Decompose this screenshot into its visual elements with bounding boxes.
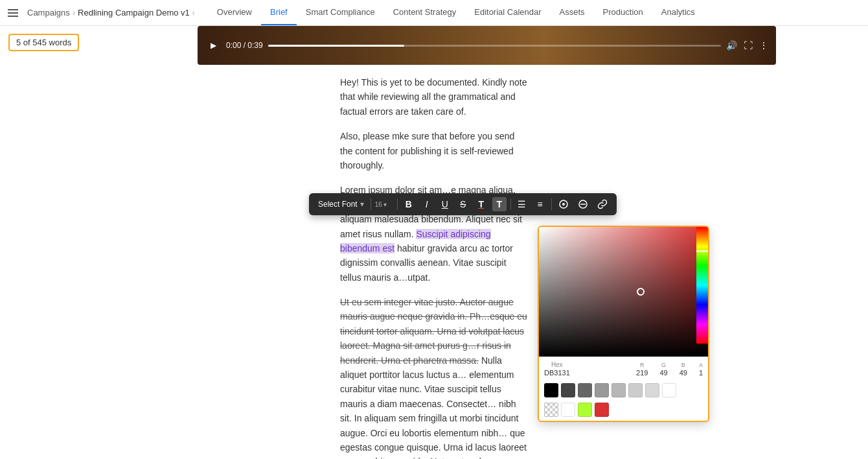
video-fullscreen-icon[interactable]: ⛶ (744, 40, 753, 51)
eraser-button[interactable] (575, 197, 591, 211)
video-progress-bar[interactable] (268, 45, 721, 47)
color-gradient-area[interactable] (539, 227, 708, 357)
breadcrumb: Campaigns › Redlining Campaign Demo v1 ‹ (27, 8, 195, 18)
g-channel: G 49 (659, 362, 667, 377)
breadcrumb-arrow[interactable]: ‹ (192, 8, 195, 18)
video-progress-fill (268, 45, 404, 47)
swatch-dark2[interactable] (578, 383, 592, 397)
paragraph-1: Hey! This is yet to be documented. Kindl… (340, 75, 528, 119)
tab-assets[interactable]: Assets (551, 0, 594, 25)
video-more-icon[interactable]: ⋮ (759, 40, 768, 51)
tab-content-strategy[interactable]: Content Strategy (384, 0, 466, 25)
menu-icon[interactable] (8, 6, 21, 19)
color-picker-right (696, 227, 708, 357)
swatch-transparent[interactable] (544, 403, 558, 417)
breadcrumb-root[interactable]: Campaigns (27, 8, 70, 18)
font-select-dropdown[interactable]: Select Font (315, 198, 367, 210)
list-ol-button[interactable]: ≡ (533, 197, 547, 211)
paragraph-2: Also, please mke sure that before you se… (340, 129, 528, 172)
underline-button[interactable]: U (438, 197, 452, 211)
swatch-light1[interactable] (645, 383, 659, 397)
swatch-red[interactable] (595, 403, 609, 417)
toolbar-divider-3 (510, 198, 511, 210)
highlight-button[interactable] (556, 197, 571, 211)
tab-brief[interactable]: Brief (261, 0, 297, 25)
swatch-white[interactable] (662, 383, 676, 397)
tab-analytics[interactable]: Analytics (652, 0, 704, 25)
color-swatches-row-1 (539, 381, 708, 400)
strikethrough-button[interactable]: S (456, 197, 470, 211)
toolbar-divider-2 (397, 198, 398, 210)
video-player: 0:00 / 0:39 🔊 ⛶ ⋮ (198, 26, 776, 65)
toolbar-divider-4 (551, 198, 552, 210)
video-controls-right: 🔊 ⛶ ⋮ (726, 40, 768, 51)
toolbar-divider-1 (371, 198, 371, 210)
r-channel: R 219 (636, 362, 648, 377)
swatch-black[interactable] (544, 383, 558, 397)
link-button[interactable] (595, 197, 610, 211)
hex-channel: Hex DB3131 (544, 361, 570, 377)
font-size-selector[interactable]: 16▾ (375, 201, 393, 208)
color-gradient-cursor (637, 288, 645, 296)
tab-smart-compliance[interactable]: Smart Compliance (297, 0, 384, 25)
swatch-gray1[interactable] (595, 383, 609, 397)
text-bg-button[interactable]: T (492, 197, 507, 211)
swatch-dark1[interactable] (561, 383, 575, 397)
editor-toolbar: Select Font 16▾ B I U S T T ☰ ≡ (309, 193, 617, 215)
hue-slider[interactable] (696, 227, 708, 344)
color-picker-popup: Hex DB3131 R 219 G 49 B 49 A 1 (538, 226, 709, 422)
paragraph-4: Ut eu sem integer vitae justo. Auctor au… (340, 295, 528, 459)
tab-production[interactable]: Production (594, 0, 652, 25)
bold-button[interactable]: B (402, 197, 416, 211)
swatch-green[interactable] (578, 403, 592, 417)
color-hex-row: Hex DB3131 R 219 G 49 B 49 A 1 (539, 357, 708, 381)
video-time: 0:00 / 0:39 (226, 41, 263, 50)
hue-indicator (696, 250, 708, 252)
nav-tabs: Overview Brief Smart Compliance Content … (208, 0, 860, 25)
svg-point-1 (562, 203, 565, 206)
top-nav: Campaigns › Redlining Campaign Demo v1 ‹… (0, 0, 868, 26)
word-count-badge: 5 of 545 words (8, 34, 79, 51)
a-channel: A 1 (699, 362, 703, 377)
breadcrumb-separator: › (73, 8, 75, 18)
tab-editorial-calendar[interactable]: Editorial Calendar (465, 0, 550, 25)
main-content: 0:00 / 0:39 🔊 ⛶ ⋮ Hey! This is yet to be… (0, 26, 868, 459)
swatch-gray3[interactable] (628, 383, 643, 397)
breadcrumb-current: Redlining Campaign Demo v1 (78, 8, 190, 18)
swatch-gray2[interactable] (611, 383, 626, 397)
video-volume-icon[interactable]: 🔊 (726, 40, 737, 51)
opacity-slider[interactable] (696, 344, 708, 357)
italic-button[interactable]: I (420, 197, 434, 211)
text-color-button[interactable]: T (474, 197, 488, 211)
list-ul-button[interactable]: ☰ (515, 197, 529, 211)
tab-overview[interactable]: Overview (208, 0, 261, 25)
b-channel: B 49 (680, 362, 687, 377)
color-swatches-row-2 (539, 400, 708, 421)
video-play-button[interactable] (205, 38, 221, 53)
swatch-white2[interactable] (561, 403, 575, 417)
